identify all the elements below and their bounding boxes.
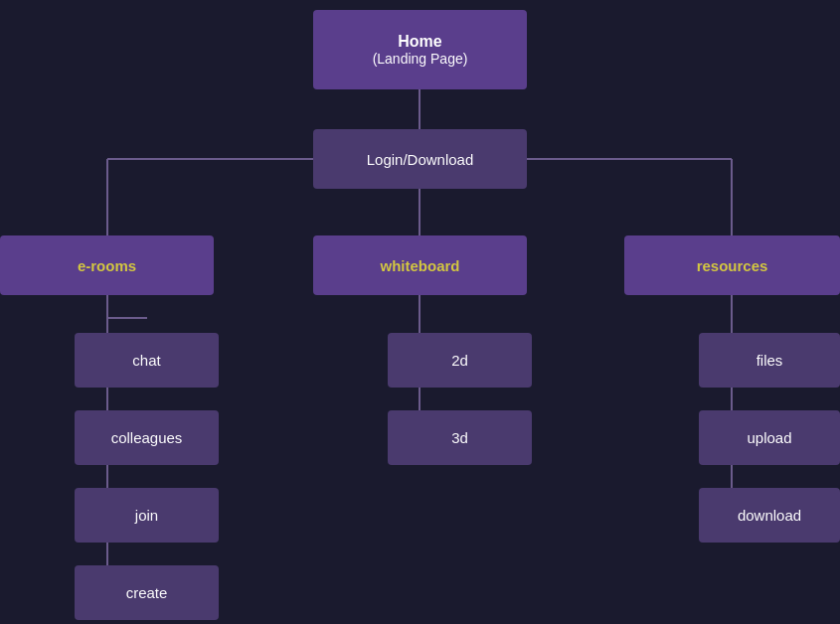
3d-label: 3d — [451, 429, 468, 446]
login-box[interactable]: Login/Download — [313, 129, 527, 189]
colleagues-label: colleagues — [111, 429, 183, 446]
2d-label: 2d — [451, 352, 468, 369]
diagram: Home (Landing Page) Login/Download e-roo… — [0, 0, 840, 624]
whiteboard-box[interactable]: whiteboard — [313, 235, 527, 295]
create-label: create — [126, 584, 168, 601]
upload-box[interactable]: upload — [699, 410, 840, 465]
files-label: files — [756, 352, 783, 369]
create-box[interactable]: create — [75, 565, 219, 620]
download-box[interactable]: download — [699, 488, 840, 543]
join-box[interactable]: join — [75, 488, 219, 543]
home-label-line2: (Landing Page) — [373, 51, 468, 67]
3d-box[interactable]: 3d — [388, 410, 532, 465]
login-label: Login/Download — [367, 151, 474, 168]
files-box[interactable]: files — [699, 333, 840, 388]
home-label-line1: Home — [398, 33, 441, 51]
chat-box[interactable]: chat — [75, 333, 219, 388]
resources-label: resources — [697, 257, 768, 274]
2d-box[interactable]: 2d — [388, 333, 532, 388]
download-label: download — [738, 507, 801, 524]
colleagues-box[interactable]: colleagues — [75, 410, 219, 465]
whiteboard-label: whiteboard — [380, 257, 459, 274]
join-label: join — [135, 507, 158, 524]
erooms-label: e-rooms — [78, 257, 136, 274]
erooms-box[interactable]: e-rooms — [0, 235, 214, 295]
upload-label: upload — [747, 429, 791, 446]
resources-box[interactable]: resources — [624, 235, 840, 295]
chat-label: chat — [132, 352, 160, 369]
home-box[interactable]: Home (Landing Page) — [313, 10, 527, 89]
